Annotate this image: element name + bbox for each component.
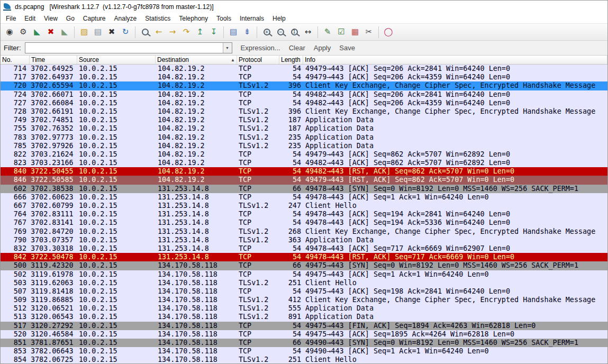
- packet-row[interactable]: 5073119.8141810.0.2.15134.170.58.118TCP5…: [1, 287, 607, 296]
- menu-item-capture[interactable]: Capture: [79, 14, 110, 23]
- packet-row[interactable]: 8223703.2162410.0.2.15104.82.19.2TCP5449…: [1, 150, 607, 159]
- auto-scroll-icon[interactable]: ⇟: [240, 25, 254, 39]
- display-filter-icon[interactable]: ☑: [334, 25, 348, 39]
- column-header-source[interactable]: Source: [77, 56, 156, 64]
- restart-capture-icon[interactable]: ◣: [58, 25, 71, 39]
- packet-row[interactable]: 7493702.7485110.0.2.15104.82.19.2TLSv1.2…: [1, 116, 607, 124]
- packet-row[interactable]: 5093119.8688510.0.2.15134.170.58.118TLSv…: [1, 296, 607, 304]
- packet-cell-src: 10.0.2.15: [77, 261, 156, 270]
- stop-capture-icon[interactable]: ✖: [44, 25, 58, 39]
- clear-button[interactable]: Clear: [289, 44, 305, 52]
- packet-cell-info: 49479→443 [ACK] Seq=862 Ack=5707 Win=628…: [303, 150, 607, 159]
- packet-list-header: No. Time Source Destination ▲ Protocol L…: [1, 56, 607, 65]
- packet-row[interactable]: 5203120.4658410.0.2.15134.170.58.118TCP5…: [1, 330, 607, 339]
- menu-item-statistics[interactable]: Statistics: [141, 14, 175, 23]
- packet-row[interactable]: 7273702.6608410.0.2.15104.82.19.2TCP5449…: [1, 99, 607, 107]
- packet-cell-no: 502: [1, 270, 30, 279]
- column-header-protocol[interactable]: Protocol: [237, 56, 279, 64]
- close-file-icon[interactable]: ✖: [105, 25, 119, 39]
- coloring-rules-icon[interactable]: ▦: [348, 25, 362, 39]
- packet-row[interactable]: 6673702.6079910.0.2.15131.253.14.8TLSv1.…: [1, 202, 607, 210]
- menu-item-tools[interactable]: Tools: [212, 14, 235, 23]
- icon-glyph: ☑: [338, 28, 344, 36]
- packet-row[interactable]: 5033119.6206310.0.2.15134.170.58.118TLSv…: [1, 279, 607, 287]
- column-header-no[interactable]: No.: [1, 56, 30, 64]
- packet-row[interactable]: 6023702.3853810.0.2.15131.253.14.8TCP664…: [1, 185, 607, 193]
- column-header-destination[interactable]: Destination ▲: [156, 56, 237, 64]
- packet-row[interactable]: 5173120.2729210.0.2.15134.170.58.118TCP5…: [1, 322, 607, 330]
- packet-row[interactable]: 7143702.6492510.0.2.15104.82.19.2TCP5449…: [1, 65, 607, 73]
- menu-item-internals[interactable]: Internals: [235, 14, 268, 23]
- zoom-normal-icon[interactable]: 1: [287, 25, 301, 39]
- packet-row[interactable]: 5023119.6197810.0.2.15134.170.58.118TCP5…: [1, 270, 607, 279]
- find-packet-icon[interactable]: [138, 25, 152, 39]
- packet-row[interactable]: 5123120.0652110.0.2.15134.170.58.118TLSv…: [1, 304, 607, 313]
- packet-row[interactable]: 7833702.9777310.0.2.15104.82.19.2TLSv1.2…: [1, 133, 607, 142]
- packet-row[interactable]: 7243702.6607110.0.2.15104.82.19.2TCP5449…: [1, 90, 607, 99]
- packet-row[interactable]: 7673702.8314110.0.2.15131.253.14.8TCP544…: [1, 219, 607, 227]
- apply-button[interactable]: Apply: [314, 44, 331, 52]
- go-back-icon[interactable]: ←: [152, 25, 166, 39]
- go-to-packet-icon[interactable]: ↷: [179, 25, 193, 39]
- help-icon[interactable]: ◯: [382, 25, 395, 39]
- save-file-icon[interactable]: ▤: [91, 25, 105, 39]
- open-file-icon[interactable]: ▨: [77, 25, 91, 39]
- menu-item-analyze[interactable]: Analyze: [110, 14, 141, 23]
- packet-row[interactable]: 7643702.8311110.0.2.15131.253.14.8TCP544…: [1, 210, 607, 219]
- packet-cell-info: 49482→443 [ACK] Seq=862 Ack=5707 Win=628…: [303, 159, 607, 167]
- filter-dropdown-button[interactable]: ▼: [223, 43, 232, 53]
- packet-cell-src: 10.0.2.15: [77, 81, 156, 90]
- menu-item-go[interactable]: Go: [62, 14, 79, 23]
- go-to-bottom-icon[interactable]: ↧: [207, 25, 221, 39]
- resize-columns-icon[interactable]: ↔: [301, 25, 315, 39]
- menu-item-help[interactable]: Help: [268, 14, 290, 23]
- save-button[interactable]: Save: [339, 44, 355, 52]
- packet-row[interactable]: 7283702.6619110.0.2.15104.82.19.2TLSv1.2…: [1, 107, 607, 116]
- packet-row[interactable]: 7693702.8472010.0.2.15131.253.14.8TLSv1.…: [1, 228, 607, 236]
- packet-row[interactable]: 8513781.8765110.0.2.15134.170.58.118TCP6…: [1, 339, 607, 347]
- packet-row[interactable]: 5003119.4232010.0.2.15134.170.58.118TCP6…: [1, 261, 607, 270]
- menu-item-view[interactable]: View: [40, 14, 62, 23]
- menu-item-edit[interactable]: Edit: [20, 14, 40, 23]
- packet-cell-info: Client Key Exchange, Change Cipher Spec,…: [303, 81, 607, 90]
- packet-row[interactable]: 8543782.0672510.0.2.15134.170.58.118TLSv…: [1, 356, 607, 364]
- packet-row[interactable]: 8423722.5047810.0.2.15131.253.14.8TCP544…: [1, 253, 607, 261]
- zoom-out-icon[interactable]: −: [274, 25, 287, 39]
- column-header-time[interactable]: Time: [30, 56, 77, 64]
- packet-row[interactable]: 8533782.0664310.0.2.15134.170.58.118TCP5…: [1, 347, 607, 356]
- filter-input[interactable]: [25, 43, 223, 53]
- packet-row[interactable]: 8323703.3031810.0.2.15131.253.14.8TCP544…: [1, 244, 607, 253]
- packet-row[interactable]: 7903703.0735710.0.2.15131.253.14.8TLSv1.…: [1, 236, 607, 244]
- colorize-list-icon[interactable]: ▤: [226, 25, 240, 39]
- packet-row[interactable]: 7553702.7635210.0.2.15104.82.19.2TLSv1.2…: [1, 124, 607, 133]
- capture-filter-icon[interactable]: ✎: [321, 25, 334, 39]
- expression-button[interactable]: Expression...: [241, 44, 280, 52]
- go-to-top-icon[interactable]: ↥: [193, 25, 207, 39]
- packet-cell-no: 767: [1, 219, 30, 227]
- packet-row[interactable]: 7173702.6493710.0.2.15104.82.19.2TCP5449…: [1, 73, 607, 81]
- packet-row[interactable]: 7853702.9792610.0.2.15104.82.19.2TLSv1.2…: [1, 142, 607, 150]
- packet-cell-no: 509: [1, 296, 30, 304]
- packet-cell-time: 3120.06543: [30, 313, 77, 321]
- reload-icon[interactable]: ↻: [119, 25, 132, 39]
- packet-row[interactable]: 7203702.6559410.0.2.15104.82.19.2TLSv1.2…: [1, 81, 607, 90]
- menu-item-telephony[interactable]: Telephony: [175, 14, 212, 23]
- column-header-length[interactable]: Length: [279, 56, 303, 64]
- packet-row[interactable]: 6663702.6062310.0.2.15131.253.14.8TCP544…: [1, 193, 607, 202]
- packet-row[interactable]: 8403722.5045510.0.2.15104.82.19.2TCP5449…: [1, 167, 607, 176]
- packet-cell-dst: 134.170.58.118: [156, 296, 237, 304]
- capture-options-icon[interactable]: ⚙: [16, 25, 30, 39]
- go-forward-icon[interactable]: →: [166, 25, 179, 39]
- packet-row[interactable]: 8463722.5058510.0.2.15104.82.19.2TCP5449…: [1, 176, 607, 184]
- zoom-in-icon[interactable]: +: [260, 25, 274, 39]
- menu-item-file[interactable]: File: [2, 14, 20, 23]
- column-header-info[interactable]: Info: [303, 56, 607, 64]
- packet-cell-dst: 104.82.19.2: [156, 73, 237, 81]
- packet-cell-dst: 131.253.14.8: [156, 228, 237, 236]
- list-interfaces-icon[interactable]: ◉: [3, 25, 16, 39]
- packet-row[interactable]: 8233703.2316610.0.2.15104.82.19.2TCP5449…: [1, 159, 607, 167]
- preferences-icon[interactable]: ✂: [362, 25, 376, 39]
- start-capture-icon[interactable]: ◣: [30, 25, 44, 39]
- packet-row[interactable]: 5133120.0654310.0.2.15134.170.58.118TLSv…: [1, 313, 607, 321]
- packet-cell-time: 3703.30318: [30, 244, 77, 253]
